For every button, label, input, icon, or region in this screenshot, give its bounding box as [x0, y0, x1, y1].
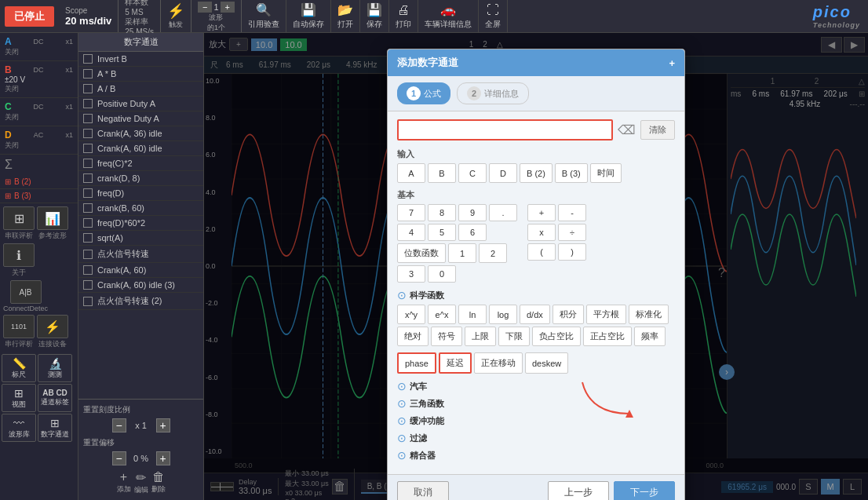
input-btn-time[interactable]: 时间 — [590, 163, 622, 183]
formula-input[interactable] — [397, 119, 613, 141]
step1-tab[interactable]: 1 公式 — [397, 82, 450, 104]
sidebar-icon-serial[interactable]: 1101 串行评析 — [3, 315, 35, 349]
auto-save-button[interactable]: 💾 自动保存 — [286, 0, 331, 32]
btn-7[interactable]: 7 — [397, 204, 425, 221]
btn-sign[interactable]: 符号 — [431, 327, 462, 346]
input-btn-c[interactable]: C — [458, 163, 487, 183]
list-item[interactable]: A / B — [78, 82, 203, 97]
btn-open-paren[interactable]: ( — [527, 243, 556, 261]
offset-plus-btn[interactable]: + — [156, 451, 170, 465]
list-item[interactable]: 点火信号转速 — [78, 246, 203, 263]
waveform-minus[interactable]: − — [198, 2, 212, 13]
btn-1[interactable]: 1 — [448, 243, 476, 263]
btn-divide[interactable]: ÷ — [558, 224, 586, 241]
btn-log[interactable]: log — [489, 305, 517, 324]
list-item-positive-duty-a[interactable]: Positive Duty A — [78, 97, 203, 111]
fullscreen-button[interactable]: ⛶ 全屏 — [479, 0, 508, 32]
btn-xpy[interactable]: x^y — [397, 305, 425, 324]
sidebar-icon-ref[interactable]: 📊 参考波形 — [37, 206, 68, 241]
add-btn[interactable]: + 添加 — [117, 470, 131, 495]
list-item[interactable]: crank(B, 60) — [78, 201, 203, 216]
open-button[interactable]: 📂 打开 — [331, 0, 360, 32]
delete-btn[interactable]: 🗑 删除 — [151, 470, 166, 495]
sidebar-icon-info[interactable]: ℹ 关于 — [3, 243, 35, 278]
sidebar-icon-connect[interactable]: A|B ConnectDetec — [3, 280, 48, 312]
stop-button[interactable]: 已停止 — [5, 6, 54, 27]
btn-sqrt[interactable]: 平方根 — [586, 305, 626, 324]
btn-freq[interactable]: 频率 — [634, 327, 666, 346]
btn-moving[interactable]: 正在移动 — [474, 352, 523, 374]
filter-toggle[interactable]: ⊙ 过滤 — [397, 432, 675, 444]
list-item[interactable]: crank(D, 8) — [78, 171, 203, 186]
btn-ddx[interactable]: d/dx — [520, 305, 550, 324]
auto-test-button[interactable]: 🔍 引用验查 — [242, 0, 286, 32]
nav-measure[interactable]: 🔬 测测 — [38, 354, 72, 382]
list-item[interactable]: Crank(A, 36) idle — [78, 126, 203, 141]
list-item-negative-duty-a[interactable]: Negative Duty A — [78, 111, 203, 126]
btn-integral[interactable]: 积分 — [553, 305, 584, 324]
list-item[interactable]: 点火信号转速 (2) — [78, 293, 203, 310]
waveform-plus[interactable]: + — [221, 2, 235, 13]
btn-ex[interactable]: e^x — [428, 305, 456, 324]
list-item[interactable]: Invert B — [78, 52, 203, 67]
btn-pos-duty[interactable]: 正占空比 — [583, 327, 632, 346]
save-button[interactable]: 💾 保存 — [360, 0, 389, 32]
step2-tab[interactable]: 2 详细信息 — [457, 82, 529, 104]
channel-c-item[interactable]: C DC x1 关闭 — [0, 98, 78, 126]
triangle-toggle[interactable]: ⊙ 三角函数 — [397, 397, 675, 410]
btn-plus[interactable]: + — [527, 204, 556, 221]
coupler-toggle[interactable]: ⊙ 精合器 — [397, 449, 675, 462]
ratio-plus-btn[interactable]: + — [156, 418, 170, 432]
print-button[interactable]: 🖨 打印 — [389, 0, 418, 32]
btn-multiply[interactable]: x — [527, 224, 556, 241]
btn-2[interactable]: 2 — [479, 243, 507, 263]
list-item[interactable]: freq(C)*2 — [78, 156, 203, 171]
list-item[interactable]: Crank(A, 60) idle — [78, 141, 203, 156]
backspace-icon[interactable]: ⌫ — [618, 122, 636, 137]
sidebar-icon-device[interactable]: ⚡ 连接设备 — [37, 315, 68, 349]
list-item[interactable]: Crank(A, 60) idle (3) — [78, 278, 203, 293]
nav-ruler[interactable]: 📏 标尺 — [2, 354, 36, 382]
edit-btn[interactable]: ✏ 编辑 — [134, 470, 148, 495]
sci-section-toggle[interactable]: ⊙ 科学函数 — [397, 289, 675, 301]
list-item[interactable]: A * B — [78, 67, 203, 82]
btn-deskew[interactable]: deskew — [525, 352, 568, 374]
btn-minus[interactable]: - — [558, 204, 586, 221]
sidebar-icon-more[interactable]: ⊞ 串联评析 — [3, 206, 35, 241]
btn-9[interactable]: 9 — [458, 204, 487, 221]
nav-channel-tags[interactable]: AB CD 通道标签 — [38, 384, 72, 412]
sigma-icon[interactable]: Σ — [0, 155, 78, 175]
channel-b-item[interactable]: B DC x1 ±20 V 关闭 — [0, 61, 78, 98]
list-item[interactable]: Crank(A, 60) — [78, 263, 203, 278]
btn-3[interactable]: 3 — [397, 265, 425, 283]
btn-4[interactable]: 4 — [397, 224, 425, 241]
input-btn-d[interactable]: D — [489, 163, 517, 183]
btn-8[interactable]: 8 — [428, 204, 456, 221]
list-item[interactable]: sqrt(A) — [78, 231, 203, 246]
input-btn-b2[interactable]: B (2) — [520, 163, 553, 183]
nav-waveform-lib[interactable]: 〰 波形库 — [2, 414, 36, 442]
car-toggle[interactable]: ⊙ 汽车 — [397, 380, 675, 392]
btn-normalize[interactable]: 标准化 — [629, 305, 669, 324]
btn-0[interactable]: 0 — [428, 265, 456, 283]
nav-digital[interactable]: ⊞ 数字通道 — [38, 414, 72, 442]
nav-view[interactable]: ⊞ 视图 — [2, 384, 36, 412]
btn-upper[interactable]: 上限 — [465, 327, 496, 346]
prev-btn[interactable]: 上一步 — [548, 481, 609, 500]
list-item[interactable]: freq(D) — [78, 186, 203, 201]
btn-ln[interactable]: ln — [458, 305, 487, 324]
btn-dot[interactable]: . — [489, 204, 517, 221]
offset-minus-btn[interactable]: − — [112, 451, 126, 465]
btn-phase[interactable]: phase — [397, 352, 436, 374]
btn-neg-duty[interactable]: 负占空比 — [532, 327, 581, 346]
btn-close-paren[interactable]: ) — [558, 243, 586, 261]
input-btn-b3[interactable]: B (3) — [555, 163, 588, 183]
cancel-btn[interactable]: 取消 — [397, 481, 449, 500]
channel-a-item[interactable]: A DC x1 关闭 — [0, 33, 78, 61]
channel-b2-item[interactable]: ⊞ B (2) — [0, 175, 78, 189]
vehicle-info-button[interactable]: 🚗 车辆详细信息 — [418, 0, 479, 32]
btn-abs[interactable]: 绝对 — [397, 327, 429, 346]
input-btn-a[interactable]: A — [397, 163, 425, 183]
channel-d-item[interactable]: D AC x1 关闭 — [0, 126, 78, 155]
next-btn[interactable]: 下一步 — [614, 481, 675, 500]
